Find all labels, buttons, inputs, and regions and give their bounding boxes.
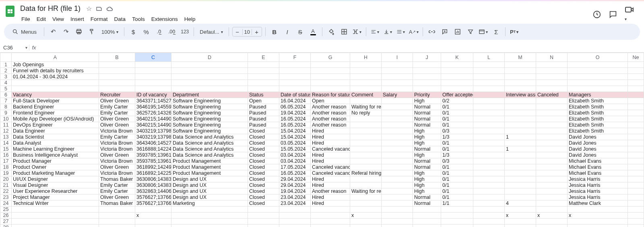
cell-N11[interactable] — [536, 122, 568, 128]
cell-K22[interactable]: 0/1 — [441, 188, 473, 194]
cell-J18[interactable]: Normal — [413, 164, 441, 170]
cell-A2[interactable]: Funnel with details by recruiters — [12, 68, 99, 74]
cell-L28[interactable] — [473, 225, 505, 227]
more-formats-button[interactable]: 123 — [179, 26, 190, 37]
cell-C22[interactable]: 3632863;1440656 — [135, 188, 171, 194]
cell-C3[interactable] — [135, 74, 171, 80]
cell-M3[interactable] — [505, 74, 536, 80]
cell-I10[interactable] — [382, 116, 413, 122]
cell-O2[interactable] — [568, 68, 628, 74]
cell-K13[interactable]: 1/3 — [441, 134, 473, 140]
cell-B2[interactable] — [99, 68, 135, 74]
cell-G25[interactable] — [311, 207, 350, 213]
cell-J7[interactable]: High — [413, 98, 441, 104]
cell-G16[interactable]: Hired — [311, 152, 350, 158]
cell-F21[interactable]: 29.04.2024 — [279, 182, 311, 188]
bold-button[interactable]: B — [269, 26, 280, 37]
cell-P9[interactable] — [628, 110, 644, 116]
cell-K8[interactable]: 0/1 — [441, 104, 473, 110]
rotate-button[interactable]: A↗▾ — [408, 26, 419, 37]
cell-K28[interactable] — [441, 225, 473, 227]
cell-L19[interactable] — [473, 170, 505, 176]
cell-N20[interactable] — [536, 176, 568, 182]
cell-A9[interactable]: Frontend Engineer — [12, 110, 99, 116]
cell-H20[interactable] — [350, 176, 382, 182]
cell-B9[interactable]: Emily Carter — [99, 110, 135, 116]
cell-G4[interactable] — [311, 80, 350, 86]
table-header-H[interactable]: Comment — [350, 92, 382, 98]
cell-K7[interactable]: 0/2 — [441, 98, 473, 104]
cell-E1[interactable] — [248, 62, 279, 68]
cell-J4[interactable] — [413, 80, 441, 86]
cell-N8[interactable] — [536, 104, 568, 110]
cell-E21[interactable]: Closed — [248, 182, 279, 188]
cell-F23[interactable]: 23.04.2024 — [279, 194, 311, 200]
cell-E20[interactable]: Closed — [248, 176, 279, 182]
cell-E28[interactable] — [248, 225, 279, 227]
cell-F15[interactable]: 15.05.2024 — [279, 146, 311, 152]
cell-I21[interactable] — [382, 182, 413, 188]
cell-E5[interactable] — [248, 86, 279, 92]
cell-A7[interactable]: Full-Stack Developer — [12, 98, 99, 104]
row-header-13[interactable]: 13 — [0, 134, 12, 140]
cell-M2[interactable] — [505, 68, 536, 74]
cell-D14[interactable]: Data Science and Analytics — [171, 140, 248, 146]
cell-B28[interactable] — [99, 225, 135, 227]
cell-M1[interactable] — [505, 62, 536, 68]
text-color-button[interactable]: A — [308, 26, 319, 37]
cell-N26[interactable]: x — [536, 213, 568, 219]
cell-F17[interactable]: 03.04.2024 — [279, 158, 311, 164]
cell-M12[interactable] — [505, 128, 536, 134]
cell-E18[interactable]: Closed — [248, 164, 279, 170]
cell-L27[interactable] — [473, 219, 505, 225]
cell-B24[interactable]: Thomas Baker — [99, 200, 135, 207]
cell-O12[interactable]: Elizabeth Smith — [568, 128, 628, 134]
cell-L23[interactable] — [473, 194, 505, 200]
cell-G2[interactable] — [311, 68, 350, 74]
cell-N5[interactable] — [536, 86, 568, 92]
table-header-A[interactable]: Vacancy — [12, 92, 99, 98]
cell-H14[interactable] — [350, 140, 382, 146]
cell-N21[interactable] — [536, 182, 568, 188]
col-header-E[interactable]: E — [248, 53, 279, 62]
cell-B15[interactable]: Victoria Brown — [99, 146, 135, 152]
fill-color-button[interactable] — [326, 26, 337, 37]
cell-N27[interactable] — [536, 219, 568, 225]
cell-O13[interactable]: David Jones — [568, 134, 628, 140]
cell-A28[interactable] — [12, 225, 99, 227]
cell-B13[interactable]: Emily Carter — [99, 134, 135, 140]
row-header-7[interactable]: 7 — [0, 98, 12, 104]
cell-K27[interactable] — [441, 219, 473, 225]
wrap-button[interactable]: ▾ — [395, 26, 407, 37]
cell-N22[interactable] — [536, 188, 568, 194]
cell-O20[interactable]: Jessica Harris — [568, 176, 628, 182]
col-header-L[interactable]: L — [473, 53, 505, 62]
cell-P25[interactable] — [628, 207, 644, 213]
explore-button[interactable]: PT▾ — [509, 26, 520, 37]
italic-button[interactable]: I — [282, 26, 293, 37]
cell-G1[interactable] — [311, 62, 350, 68]
cell-N4[interactable] — [536, 80, 568, 86]
cell-L9[interactable] — [473, 110, 505, 116]
doc-title[interactable]: Data for HR (file 1) — [19, 4, 82, 14]
cell-O19[interactable]: Michael Evans — [568, 170, 628, 176]
menu-search[interactable]: Menus — [8, 26, 41, 37]
cell-F16[interactable]: 03.04.2024 — [279, 152, 311, 158]
cell-N18[interactable] — [536, 164, 568, 170]
cell-G3[interactable] — [311, 74, 350, 80]
cell-F7[interactable]: 16.04.2024 — [279, 98, 311, 104]
cell-D9[interactable]: Software Engineering — [171, 110, 248, 116]
cell-I12[interactable] — [382, 128, 413, 134]
cell-M22[interactable] — [505, 188, 536, 194]
cell-D4[interactable] — [171, 80, 248, 86]
cell-O26[interactable]: x — [568, 213, 628, 219]
cell-C11[interactable]: 3640215;1449054 — [135, 122, 171, 128]
cell-O28[interactable] — [568, 225, 628, 227]
cell-K3[interactable] — [441, 74, 473, 80]
cell-G23[interactable]: Hired — [311, 194, 350, 200]
cloud-status-icon[interactable] — [106, 6, 114, 12]
cell-P5[interactable] — [628, 86, 644, 92]
cell-M15[interactable]: 1 — [505, 146, 536, 152]
cell-N28[interactable] — [536, 225, 568, 227]
cell-D15[interactable]: Data Science and Analytics — [171, 146, 248, 152]
